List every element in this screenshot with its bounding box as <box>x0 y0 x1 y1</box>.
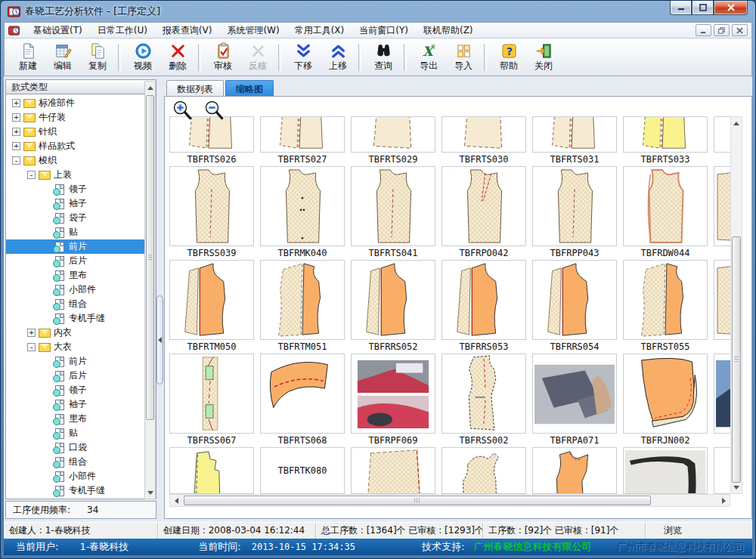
toolbar-button[interactable]: 视频 <box>125 40 160 75</box>
thumbnail-cell[interactable]: TBFRJN002 <box>623 354 708 447</box>
toolbar-button[interactable]: 反核 <box>240 40 275 75</box>
toolbar-button[interactable]: 审核 <box>206 40 240 75</box>
thumbnail-cell[interactable]: TBFRTS041 <box>351 166 435 260</box>
minimize-button[interactable] <box>670 1 692 15</box>
sidebar-splitter[interactable] <box>156 78 164 520</box>
thumbnail-cell[interactable] <box>169 447 254 494</box>
tree-item[interactable]: + 连衣裙 <box>6 498 156 499</box>
tree-item[interactable]: 后片 <box>6 254 156 268</box>
menu-item[interactable]: 当前窗口(Y) <box>352 23 416 39</box>
tree-item[interactable]: - 梭织 <box>6 153 156 168</box>
tree-expander-icon[interactable]: - <box>27 343 36 351</box>
zoom-out-icon[interactable] <box>204 100 224 120</box>
tree-item[interactable]: 贴 <box>6 426 156 440</box>
scroll-up-icon[interactable] <box>145 82 155 93</box>
splitter-handle[interactable] <box>156 295 163 385</box>
tree-expander-icon[interactable]: - <box>12 156 20 165</box>
thumbnail-cell[interactable] <box>714 354 730 447</box>
thumbnail-cell[interactable]: TBFRRS053 <box>442 260 526 354</box>
thumbnail-cell[interactable]: TBFRST055 <box>623 260 708 354</box>
scroll-right-icon[interactable] <box>718 495 729 506</box>
toolbar-button[interactable]: 编辑 <box>45 40 80 75</box>
thumbnail-cell[interactable] <box>532 447 617 494</box>
tree-item[interactable]: 里布 <box>6 412 156 426</box>
thumbnail-cell[interactable] <box>351 447 435 494</box>
tree-item[interactable]: + 内衣 <box>6 326 156 340</box>
menu-item[interactable]: 联机帮助(Z) <box>416 23 481 39</box>
toolbar-button[interactable]: 上移 <box>321 40 355 75</box>
maximize-button[interactable] <box>692 1 714 15</box>
mdi-minimize-button[interactable] <box>696 24 711 36</box>
thumbnail-cell[interactable] <box>442 447 526 494</box>
toolbar-button[interactable]: 导入 <box>446 40 481 75</box>
thumbnail-cell[interactable] <box>714 116 730 166</box>
tree-expander-icon[interactable]: + <box>27 329 36 337</box>
mdi-close-button[interactable] <box>732 24 748 36</box>
thumbnail-cell[interactable] <box>623 447 708 494</box>
thumbnail-cell[interactable]: TBFRTS033 <box>623 116 708 166</box>
tree-item[interactable]: + 针织 <box>6 125 156 139</box>
menu-item[interactable]: 常用工具(X) <box>287 23 352 39</box>
toolbar-button[interactable]: 关闭 <box>526 40 561 75</box>
tree-item[interactable]: - 大衣 <box>6 340 156 354</box>
grid-horizontal-scrollbar[interactable] <box>169 494 730 507</box>
thumbnail-cell[interactable]: TBFRDW044 <box>623 166 708 260</box>
tree-expander-icon[interactable]: + <box>12 113 20 122</box>
thumbnail-cell[interactable]: TBFRTS030 <box>442 116 526 166</box>
tree-expander-icon[interactable]: + <box>12 128 20 136</box>
grid-vscrollbar-thumb[interactable] <box>732 236 741 483</box>
thumbnail-cell[interactable]: TBFRSS039 <box>169 166 254 260</box>
tab[interactable]: 数据列表 <box>166 80 224 96</box>
tree-item[interactable]: - 上装 <box>6 168 156 182</box>
tree-item[interactable]: 袖子 <box>6 196 156 211</box>
toolbar-button[interactable]: X 导出 <box>411 40 446 75</box>
menu-item[interactable]: 报表查询(V) <box>155 23 220 39</box>
tree-scrollbar[interactable] <box>144 81 156 499</box>
tree-item[interactable]: 里布 <box>6 268 156 283</box>
thumbnail-cell[interactable]: TBFRTM050 <box>169 260 254 354</box>
thumbnail-cell[interactable]: TBFRTK080 <box>260 447 345 494</box>
menu-item[interactable]: 系统管理(W) <box>219 23 287 39</box>
tree-expander-icon[interactable]: + <box>12 142 20 150</box>
tree-item[interactable]: + 牛仔装 <box>6 110 156 125</box>
zoom-in-icon[interactable] <box>172 100 192 120</box>
tree-item[interactable]: 组合 <box>6 455 156 469</box>
grid-vertical-scrollbar[interactable] <box>730 116 742 494</box>
toolbar-button[interactable]: 新建 <box>11 40 45 75</box>
thumbnail-cell[interactable] <box>714 260 730 354</box>
tree-item[interactable]: 前片 <box>6 239 156 254</box>
thumbnail-cell[interactable]: TBFRTM051 <box>260 260 345 354</box>
thumbnail-cell[interactable]: TBFRRS052 <box>351 260 435 354</box>
scroll-down-icon[interactable] <box>731 482 742 493</box>
tree-scrollbar-thumb[interactable] <box>146 95 154 420</box>
tab[interactable]: 缩略图 <box>225 80 274 96</box>
thumbnail-cell[interactable]: TBFRTS068 <box>260 354 345 447</box>
tree-item[interactable]: + 样品款式 <box>6 139 156 153</box>
thumbnail-cell[interactable]: TBFRTS026 <box>169 116 254 166</box>
toolbar-button[interactable]: 删除 <box>160 40 195 75</box>
thumbnail-cell[interactable]: TBFRTS027 <box>260 116 345 166</box>
grid-hscrollbar-thumb[interactable] <box>184 496 651 505</box>
tree-expander-icon[interactable]: + <box>12 99 20 107</box>
thumbnail-cell[interactable]: TBFRTS031 <box>532 116 617 166</box>
mdi-restore-button[interactable] <box>714 24 730 36</box>
thumbnail-cell[interactable]: TBFRPO042 <box>442 166 526 260</box>
scroll-left-icon[interactable] <box>171 495 181 506</box>
tree-item[interactable]: 前片 <box>6 354 156 369</box>
tree-item[interactable]: 领子 <box>6 182 156 196</box>
thumbnail-cell[interactable]: TBFRSS067 <box>169 354 254 447</box>
tree-item[interactable]: 小部件 <box>6 469 156 483</box>
thumbnail-cell[interactable]: TBFRPF069 <box>351 354 435 447</box>
tree-item[interactable]: 贴 <box>6 225 156 239</box>
menu-item[interactable]: 日常工作(U) <box>90 23 155 39</box>
thumbnail-cell[interactable]: TBFRRS054 <box>532 260 617 354</box>
toolbar-button[interactable]: 下移 <box>286 40 321 75</box>
thumbnail-cell[interactable]: TBFRSS002 <box>442 354 526 447</box>
close-button[interactable] <box>714 1 748 15</box>
thumbnail-cell[interactable]: TBFRTS029 <box>351 116 435 166</box>
tree-item[interactable]: 小部件 <box>6 283 156 297</box>
toolbar-button[interactable]: 查询 <box>366 40 401 75</box>
tree-expander-icon[interactable]: - <box>27 171 36 179</box>
tree-item[interactable]: 口袋 <box>6 440 156 455</box>
thumbnail-cell[interactable] <box>714 447 730 494</box>
